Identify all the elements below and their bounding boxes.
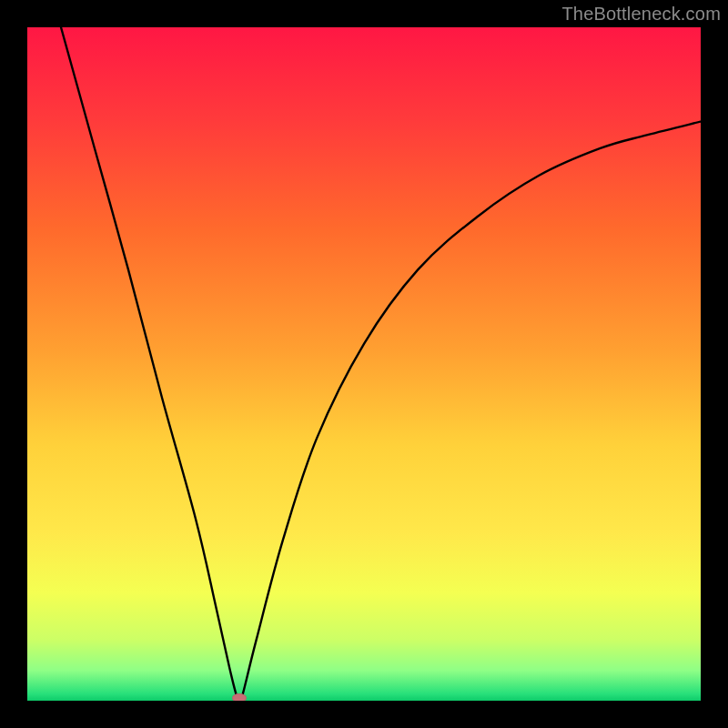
plot-area xyxy=(27,27,701,701)
curve-layer xyxy=(27,27,701,701)
optimal-point-marker xyxy=(232,693,247,701)
watermark-text: TheBottleneck.com xyxy=(561,4,721,25)
chart-frame: TheBottleneck.com xyxy=(0,0,728,728)
bottleneck-curve xyxy=(61,27,701,701)
